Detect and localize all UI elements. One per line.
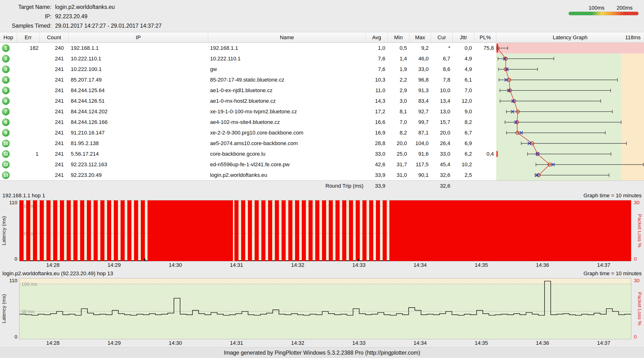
cell-count: 241 — [40, 128, 68, 138]
cell-err — [17, 170, 40, 180]
hop13-y-min-label: 0 — [14, 334, 17, 340]
cell-avg: 7,6 — [366, 54, 388, 64]
cell-hop: 12 — [0, 159, 17, 170]
table-row[interactable]: 424185.207.17.4985-207-17-49.static.blue… — [0, 74, 644, 85]
cell-avg: 28,8 — [366, 138, 388, 149]
cell-ip: 84.244.126.51 — [68, 96, 208, 106]
cell-name: ed-n5596up-fe-1-vl241.fe.core.pw — [208, 159, 366, 170]
cell-avg: 14,3 — [366, 96, 388, 106]
cell-hop: 2 — [0, 54, 17, 64]
cell-jttr: 8,2 — [453, 117, 474, 128]
samples-timed-value: 29.01.2017 14:27:27 - 29.01.2017 14:37:2… — [55, 22, 162, 29]
cell-jttr: 4,9 — [453, 54, 474, 64]
hop13-timeline-plot[interactable]: 100 ms50 ms — [19, 278, 631, 339]
col-header-ip[interactable]: IP — [68, 32, 208, 42]
cell-max: 46,0 — [409, 54, 431, 64]
cell-name: xe-2-2-9-300.prg10.core-backbone.com — [208, 128, 366, 138]
latency-color-legend: 100ms 200ms — [568, 4, 639, 16]
cell-avg: 33,0 — [366, 149, 388, 159]
cell-jttr: 7,0 — [453, 85, 474, 96]
cell-err — [17, 106, 40, 117]
cell-count: 241 — [40, 74, 68, 85]
time-axis-label: 14:36 — [536, 262, 549, 268]
pingplotter-window: Target Name: login.p2.worldoftanks.eu IP… — [0, 0, 644, 358]
cell-min: 25,0 — [388, 149, 409, 159]
col-header-name[interactable]: Name — [208, 32, 366, 42]
table-row[interactable]: 824184.244.126.166ae4-102-mx-site4.bluet… — [0, 117, 644, 128]
table-row[interactable]: 1024181.95.2.138ae5-2074.ams10.core-back… — [0, 138, 644, 149]
table-row[interactable]: 624184.244.126.51ae1-0-mx-host2.bluetone… — [0, 96, 644, 106]
cell-cur: 10,0 — [431, 85, 453, 96]
cell-ip: 5.56.17.214 — [68, 149, 208, 159]
hop-number-badge: 4 — [2, 76, 10, 84]
table-row[interactable]: 524184.244.125.64ae1-0-ex-njdl1.bluetone… — [0, 85, 644, 96]
cell-max: 87,1 — [409, 128, 431, 138]
hop13-right-axis: 30 0 Packet Loss % — [632, 278, 644, 339]
col-header-avg[interactable]: Avg — [366, 32, 388, 42]
cell-hop: 4 — [0, 74, 17, 85]
table-row[interactable]: 1324192.223.20.49login.p2.worldoftanks.e… — [0, 170, 644, 180]
cell-min: 2,9 — [388, 85, 409, 96]
col-header-err[interactable]: Err — [17, 32, 40, 42]
col-header-jttr[interactable]: Jttr — [453, 32, 474, 42]
cell-min: 31,0 — [388, 170, 409, 180]
table-row[interactable]: 724184.244.124.202xe-19-1-0-100-mx-tvpm2… — [0, 106, 644, 117]
cell-name: login.p2.worldoftanks.eu — [208, 170, 366, 180]
round-trip-label: Round Trip (ms) — [325, 183, 364, 189]
hop1-y-max-label: 110 — [10, 200, 17, 206]
cell-err — [17, 64, 40, 74]
table-row[interactable]: 1112415.56.17.214core-backbone.gcore.lu3… — [0, 149, 644, 159]
table-row[interactable]: 1224192.223.112.163ed-n5596up-fe-1-vl241… — [0, 159, 644, 170]
table-row[interactable]: 224110.222.110.110.222.110.17,61,446,06,… — [0, 54, 644, 64]
cell-cur: 8,6 — [431, 64, 453, 74]
cell-cur: 26,4 — [431, 138, 453, 149]
cell-name: gw — [208, 64, 366, 74]
cell-max: 83,4 — [409, 96, 431, 106]
cell-hop: 9 — [0, 128, 17, 138]
time-axis-label: 14:28 — [46, 262, 60, 268]
cell-err — [17, 54, 40, 64]
cell-ip: 10.222.100.1 — [68, 64, 208, 74]
hop1-timeline-plot[interactable]: 100 ms50 ms — [19, 200, 631, 261]
cell-min: 8,2 — [388, 128, 409, 138]
time-axis-label: 14:33 — [352, 262, 366, 268]
cell-ip: 85.207.17.49 — [68, 74, 208, 85]
cell-hop: 13 — [0, 170, 17, 180]
col-header-pl[interactable]: PL% — [474, 32, 496, 42]
cell-err — [17, 138, 40, 149]
cell-cur: 32,6 — [431, 170, 453, 180]
time-axis-label: 14:31 — [230, 262, 243, 268]
cell-count: 241 — [40, 106, 68, 117]
cell-name: ae4-102-mx-site4.bluetone.cz — [208, 117, 366, 128]
hop13-packet-loss-axis-title: Packet Loss % — [637, 292, 642, 326]
col-header-count[interactable]: Count — [40, 32, 68, 42]
target-name-value: login.p2.worldoftanks.eu — [55, 4, 115, 10]
hop1-packet-loss-axis-title: Packet Loss % — [637, 214, 642, 248]
col-header-max[interactable]: Max — [409, 32, 431, 42]
cell-avg: 16,6 — [366, 117, 388, 128]
col-header-latency-graph[interactable]: Latency Graph118ms — [496, 32, 644, 42]
cell-avg: 17,2 — [366, 106, 388, 117]
cell-ip: 91.210.16.147 — [68, 128, 208, 138]
cell-jttr: 6,2 — [453, 149, 474, 159]
cell-ip: 92.223.20.49 — [68, 170, 208, 180]
hop-number-badge: 2 — [2, 55, 10, 62]
cell-avg: 1,0 — [366, 43, 388, 54]
table-row[interactable]: 1182240192.168.1.1192.168.1.11,00,59,2*0… — [0, 43, 644, 54]
col-header-min[interactable]: Min — [388, 32, 409, 42]
cell-max: 117,5 — [409, 159, 431, 170]
time-axis-label: 14:32 — [291, 262, 304, 268]
col-header-hop[interactable]: Hop — [0, 32, 17, 42]
hop13-y-max-label: 110 — [10, 278, 17, 284]
time-axis-label: 14:30 — [169, 262, 182, 268]
cell-jttr: 0,0 — [453, 43, 474, 54]
hop-number-badge: 13 — [2, 171, 10, 179]
hop-number-badge: 1 — [2, 44, 10, 52]
hop13-graph-title: login.p2.worldoftanks.eu (92.223.20.49) … — [2, 270, 113, 277]
table-row[interactable]: 924191.210.16.147xe-2-2-9-300.prg10.core… — [0, 128, 644, 138]
latency-spike-mark — [144, 258, 145, 261]
cell-pl — [474, 170, 496, 180]
col-header-cur[interactable]: Cur — [431, 32, 453, 42]
cell-min: 8,1 — [388, 106, 409, 117]
table-row[interactable]: 324110.222.100.1gw7,61,933,08,64,9 — [0, 64, 644, 74]
